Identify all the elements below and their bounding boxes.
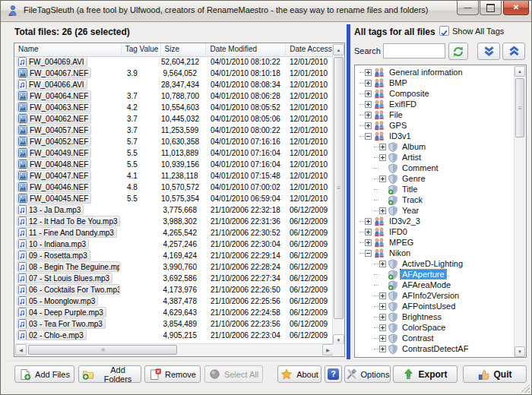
table-row[interactable]: 05 - Moonglow.mp34,387,47821/10/2006 22:…: [14, 295, 334, 307]
table-row[interactable]: 11 - Fine And Dandy.mp34,265,54221/10/20…: [14, 227, 334, 239]
scrollbar-thumb[interactable]: ≡: [28, 345, 177, 355]
tree-item[interactable]: Composite: [355, 88, 515, 99]
table-row[interactable]: 09 - Rosetta.mp34,169,42421/10/2006 22:2…: [14, 250, 334, 261]
tree-item[interactable]: BMP: [355, 77, 515, 88]
tree-item[interactable]: Genre: [355, 173, 515, 184]
tree-item[interactable]: Album: [355, 141, 515, 152]
expander-plus-icon[interactable]: [365, 69, 372, 76]
expander-plus-icon[interactable]: [379, 175, 386, 182]
table-row[interactable]: FW_004048.NEF5.510,939,15604/01/2010 07:…: [14, 159, 334, 170]
expander-minus-icon[interactable]: [365, 250, 372, 257]
expander-plus-icon[interactable]: [379, 207, 386, 214]
title-bar[interactable]: FileTagSleuth (a free tool by Ulfwood, c…: [1, 1, 531, 22]
tree-item[interactable]: GPS: [355, 120, 515, 131]
checkbox-check-icon[interactable]: [439, 26, 449, 36]
tree-item[interactable]: IFD0: [355, 226, 515, 237]
add-folders-button[interactable]: Add Folders: [78, 365, 141, 383]
table-row[interactable]: FW_004052.NEF5.710,630,35804/01/2010 07:…: [14, 136, 334, 147]
refresh-button[interactable]: [448, 43, 468, 60]
table-row[interactable]: 10 - Indiana.mp34,257,24621/10/2006 22:3…: [14, 239, 334, 250]
quit-button[interactable]: Quit: [463, 365, 527, 383]
expander-plus-icon[interactable]: [379, 346, 386, 352]
remove-button[interactable]: Remove: [144, 365, 201, 383]
expander-plus-icon[interactable]: [365, 239, 372, 246]
table-row[interactable]: 06 - Cocktails For Two.mp34,173,97621/10…: [14, 284, 334, 295]
table-row[interactable]: FW_004063.NEF4.210,554,60304/01/2010 08:…: [14, 102, 334, 113]
options-button[interactable]: Options: [344, 365, 391, 383]
expander-plus-icon[interactable]: [379, 335, 386, 342]
tree-item[interactable]: ID3v1: [355, 131, 515, 141]
column-header-date-modified[interactable]: Date Modified: [206, 43, 286, 56]
export-button[interactable]: Export: [393, 365, 458, 383]
expander-plus-icon[interactable]: [365, 112, 372, 118]
expander-plus-icon[interactable]: [379, 303, 386, 310]
tree-item[interactable]: AFInfo2Version: [355, 290, 515, 301]
table-row[interactable]: 04 - Deep Purple.mp34,629,64321/10/2006 …: [14, 307, 334, 318]
expander-minus-icon[interactable]: [365, 133, 372, 140]
table-row[interactable]: FW_004057.NEF3.711,253,59904/01/2010 08:…: [14, 125, 334, 136]
add-files-button[interactable]: Add Files: [14, 365, 74, 383]
expander-plus-icon[interactable]: [365, 101, 372, 108]
maximize-button[interactable]: [480, 1, 502, 15]
tree-item[interactable]: ColorSpace: [355, 322, 515, 333]
tree-item[interactable]: Artist: [355, 152, 515, 163]
expander-plus-icon[interactable]: [379, 261, 386, 267]
expander-plus-icon[interactable]: [365, 90, 372, 97]
about-button[interactable]: About: [277, 365, 321, 383]
show-all-tags-checkbox[interactable]: Show All Tags: [439, 26, 504, 36]
table-row[interactable]: 07 - St Louis Blues.mp33,692,58621/10/20…: [14, 273, 334, 284]
tree-item[interactable]: File: [355, 109, 515, 120]
tree-item[interactable]: Contrast: [355, 333, 515, 343]
close-button[interactable]: ✕: [503, 1, 529, 15]
table-row[interactable]: FW_004046.NEF4.810,570,57204/01/2010 07:…: [14, 182, 334, 193]
file-list-horizontal-scrollbar[interactable]: ◀ ≡ ▶: [15, 343, 334, 356]
tree-item[interactable]: ContrastDetectAF: [355, 343, 515, 354]
tree-item[interactable]: Title: [355, 184, 515, 194]
tree-item[interactable]: ExifIFD: [355, 99, 515, 109]
scroll-left-icon[interactable]: ◀: [15, 344, 27, 356]
expander-plus-icon[interactable]: [379, 144, 386, 150]
tree-item[interactable]: General information: [355, 67, 515, 77]
table-row[interactable]: FW_004047.NEF4.111,238,11804/01/2010 07:…: [14, 170, 334, 182]
tree-item[interactable]: Nikon: [355, 248, 515, 258]
expander-plus-icon[interactable]: [365, 80, 372, 87]
scroll-up-icon[interactable]: ▲: [333, 44, 344, 55]
select-all-button[interactable]: Select All: [204, 365, 263, 383]
scrollbar-thumb[interactable]: ≡: [334, 57, 344, 319]
tree-item[interactable]: ActiveD-Lighting: [355, 258, 515, 269]
scroll-down-icon[interactable]: ▼: [515, 346, 525, 357]
expander-plus-icon[interactable]: [365, 229, 372, 235]
column-header-tag-value[interactable]: Tag Value: [122, 43, 161, 56]
expand-all-button[interactable]: [477, 43, 500, 60]
table-row[interactable]: 08 - Begin The Beguine.mp33,990,76021/10…: [14, 261, 334, 273]
search-input[interactable]: [383, 43, 445, 58]
table-row[interactable]: FW_004069.AVI52,604,21204/01/2010 08:10:…: [14, 56, 334, 68]
column-header-size[interactable]: Size: [161, 43, 207, 56]
tree-item[interactable]: AFAreaMode: [355, 280, 515, 290]
expander-plus-icon[interactable]: [379, 292, 386, 299]
help-button[interactable]: ?: [325, 365, 342, 383]
table-row[interactable]: 12 - It Had To Be You.mp33,988,30221/10/…: [14, 216, 334, 227]
table-row[interactable]: FW_004067.NEF3.99,564,05204/01/2010 08:1…: [14, 68, 334, 79]
minimize-button[interactable]: —: [457, 1, 479, 15]
expander-plus-icon[interactable]: [379, 314, 386, 321]
expander-plus-icon[interactable]: [379, 154, 386, 161]
expander-plus-icon[interactable]: [379, 324, 386, 331]
table-row[interactable]: 02 - Chlo-e.mp34,905,21521/10/2006 22:23…: [14, 330, 334, 341]
table-row[interactable]: FW_004062.NEF3.710,445,03204/01/2010 08:…: [14, 113, 334, 125]
table-row[interactable]: 03 - Tea For Two.mp33,854,48921/10/2006 …: [14, 318, 334, 330]
file-list-vertical-scrollbar[interactable]: ▲ ≡ ▼: [332, 44, 344, 346]
tree-item[interactable]: Track: [355, 194, 515, 205]
tree-item[interactable]: ID3v2_3: [355, 216, 515, 226]
table-row[interactable]: FW_004049.NEF5.511,013,88904/01/2010 07:…: [14, 147, 334, 159]
tree-item[interactable]: Year: [355, 205, 515, 216]
column-header-name[interactable]: Name: [14, 43, 122, 56]
table-row[interactable]: FW_004064.NEF3.710,788,70004/01/2010 08:…: [14, 90, 334, 102]
table-row[interactable]: FW_004066.AVI28,347,43404/01/2010 08:08:…: [14, 79, 334, 90]
tree-item[interactable]: AFPointsUsed: [355, 301, 515, 311]
pane-splitter[interactable]: [347, 24, 350, 359]
expander-plus-icon[interactable]: [365, 122, 372, 129]
tree-item[interactable]: Comment: [355, 163, 515, 173]
tree-item[interactable]: AFAperture: [355, 269, 515, 280]
scrollbar-thumb[interactable]: ≡: [515, 78, 524, 137]
